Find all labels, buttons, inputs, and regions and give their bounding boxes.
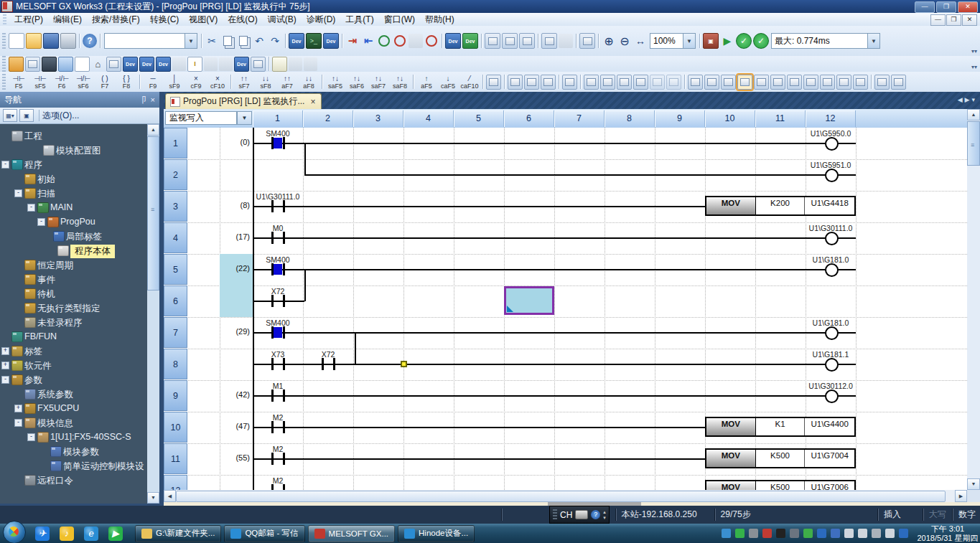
write-to-plc-icon[interactable]: ⇥ xyxy=(345,34,360,48)
edit-device-icon[interactable] xyxy=(524,75,539,90)
pulse-contact-2-button[interactable]: ↑↓saF6 xyxy=(346,73,368,90)
align-right-icon[interactable] xyxy=(820,75,835,90)
clear-memory-icon[interactable] xyxy=(219,57,233,71)
program-list-icon[interactable] xyxy=(58,57,73,72)
quicklaunch-video-icon[interactable]: ▶ xyxy=(108,527,123,541)
tree-item-扫描[interactable]: -扫描 xyxy=(0,186,147,200)
menu-帮助[interactable]: 帮助(H) xyxy=(420,13,459,27)
tray-security-icon[interactable] xyxy=(803,529,813,538)
tree-item-简单运动控制模块设[interactable]: 简单运动控制模块设 xyxy=(0,458,147,473)
tab-close-icon[interactable]: × xyxy=(310,97,315,107)
collapse-icon[interactable]: - xyxy=(37,218,45,226)
language-indicator[interactable]: CH xyxy=(560,510,572,520)
invert-result-button[interactable]: ⁄caF10 xyxy=(459,73,480,90)
tray-ime-icon[interactable] xyxy=(831,529,840,538)
tray-volume-icon[interactable] xyxy=(858,529,867,538)
tree-item-工程[interactable]: 工程 xyxy=(0,128,147,143)
simulation-start-icon[interactable]: ▶ xyxy=(720,34,734,48)
inline-st-icon[interactable] xyxy=(508,75,523,90)
zoom-level-combo[interactable]: 100%▼ xyxy=(650,33,696,49)
rung-line[interactable] xyxy=(253,237,856,239)
draw-line-icon[interactable] xyxy=(688,75,703,90)
monitor-start-icon[interactable]: ✓ xyxy=(736,33,752,49)
closed-contact-button[interactable]: ⊣/⊢F6 xyxy=(51,73,73,90)
open-project-icon[interactable] xyxy=(26,33,42,49)
device-monitor-terminal-icon[interactable]: >_ xyxy=(306,33,322,49)
parallel-rising-pulse-button[interactable]: ↑↑aF7 xyxy=(276,73,298,90)
coil-U1\G30112.0[interactable] xyxy=(825,389,839,403)
expand-icon[interactable]: + xyxy=(14,405,22,412)
close-button[interactable]: ✕ xyxy=(958,1,978,13)
mdi-close-button[interactable]: ✕ xyxy=(962,14,977,26)
tree-item-系统参数[interactable]: 系统参数 xyxy=(0,387,147,401)
tree-item-未登录程序[interactable]: 未登录程序 xyxy=(0,315,147,329)
pin-left-icon[interactable] xyxy=(770,75,785,90)
minimize-button[interactable]: — xyxy=(915,1,935,13)
mdi-minimize-button[interactable]: — xyxy=(930,14,946,26)
mode-dropdown-icon[interactable]: ▼ xyxy=(237,111,252,125)
undo-rung-icon[interactable] xyxy=(584,75,599,90)
search-combo[interactable]: ▼ xyxy=(104,33,197,49)
device-batch-monitor-icon[interactable]: Dev xyxy=(323,33,339,49)
selection-cursor[interactable] xyxy=(504,286,554,315)
menu-窗口[interactable]: 窗口(W) xyxy=(379,13,420,27)
tree-item-程序本体[interactable]: 程序本体 xyxy=(0,243,147,258)
instruction-block-MOV[interactable]: MOVK500U1\G7004 xyxy=(705,448,856,468)
tray-display-icon[interactable] xyxy=(790,529,799,538)
tree-item-FX5UCPU[interactable]: +FX5UCPU xyxy=(0,401,147,415)
collapse-icon[interactable]: - xyxy=(1,161,9,169)
menu-在线[interactable]: 在线(O) xyxy=(223,13,262,27)
cut-icon[interactable]: ✂ xyxy=(205,34,219,48)
coil-U1\G181.0[interactable] xyxy=(825,263,839,277)
rung-copy-icon[interactable] xyxy=(562,75,577,90)
keyboard-icon[interactable] xyxy=(575,510,588,519)
rung-line[interactable] xyxy=(253,269,856,270)
tree-item-模块配置图[interactable]: 模块配置图 xyxy=(0,143,147,157)
save-project-icon[interactable] xyxy=(43,33,59,49)
rung-line[interactable] xyxy=(253,143,856,144)
rung-number[interactable]: 2 xyxy=(164,159,187,190)
open-contact-button[interactable]: ⊣⊢F5 xyxy=(8,73,29,90)
rung-number[interactable]: 4 xyxy=(164,222,187,253)
contact-X72[interactable] xyxy=(333,358,335,370)
menu-转换[interactable]: 转换(C) xyxy=(145,13,185,27)
pulse-contact-3-button[interactable]: ↑↓saF7 xyxy=(368,73,389,90)
contact-SM400[interactable] xyxy=(283,137,285,149)
menu-工具[interactable]: 工具(T) xyxy=(340,13,378,27)
tree-item-局部标签[interactable]: 局部标签 xyxy=(0,229,147,243)
rung-line[interactable] xyxy=(253,427,705,428)
pulse-contact-4-button[interactable]: ↑↓saF8 xyxy=(389,73,411,90)
delete-horizontal-line-button[interactable]: ×cF9 xyxy=(185,73,207,90)
print-icon[interactable] xyxy=(60,33,76,49)
copy-icon[interactable] xyxy=(220,34,235,48)
redo-icon[interactable]: ↷ xyxy=(268,34,282,48)
help-icon[interactable]: ? xyxy=(83,34,97,48)
project-tree-icon[interactable] xyxy=(9,57,24,72)
unit-chip-icon[interactable] xyxy=(42,57,57,72)
coil-U1\G181.0[interactable] xyxy=(825,326,839,340)
rung-line[interactable] xyxy=(253,395,856,397)
collapse-icon[interactable]: - xyxy=(27,433,35,441)
coil-U1\G181.1[interactable] xyxy=(825,358,839,372)
rung-line[interactable] xyxy=(253,301,304,302)
tree-item-参数[interactable]: -参数 xyxy=(0,372,147,387)
jump-next-icon[interactable] xyxy=(502,33,518,49)
user-library-1-icon[interactable] xyxy=(874,75,890,90)
device-find-icon[interactable] xyxy=(251,57,266,72)
contact-SM400[interactable] xyxy=(283,326,285,339)
expand-icon[interactable]: + xyxy=(1,347,9,355)
contact-M2[interactable] xyxy=(271,453,274,465)
st-editor-icon[interactable] xyxy=(486,75,501,90)
tree-item-待机[interactable]: 待机 xyxy=(0,286,147,301)
horizontal-line-button[interactable]: ─F9 xyxy=(142,73,164,90)
device-comment-icon[interactable]: Dev xyxy=(289,33,304,49)
find-coil-icon[interactable] xyxy=(633,75,648,90)
scroll-down-icon[interactable]: ▼ xyxy=(967,478,980,490)
tree-item-软元件[interactable]: +软元件 xyxy=(0,358,147,372)
user-setting-icon[interactable] xyxy=(304,57,317,71)
read-from-plc-icon[interactable]: ⇤ xyxy=(361,34,375,48)
scan-time-combo[interactable]: 最大: 0.774ms▼ xyxy=(771,33,880,49)
quicklaunch-music-icon[interactable]: ♪ xyxy=(60,527,74,541)
taskbar-clock[interactable]: 下午 3:01 2018/5/31 星期四 xyxy=(915,524,980,543)
find-replace-window-icon[interactable] xyxy=(106,57,121,72)
